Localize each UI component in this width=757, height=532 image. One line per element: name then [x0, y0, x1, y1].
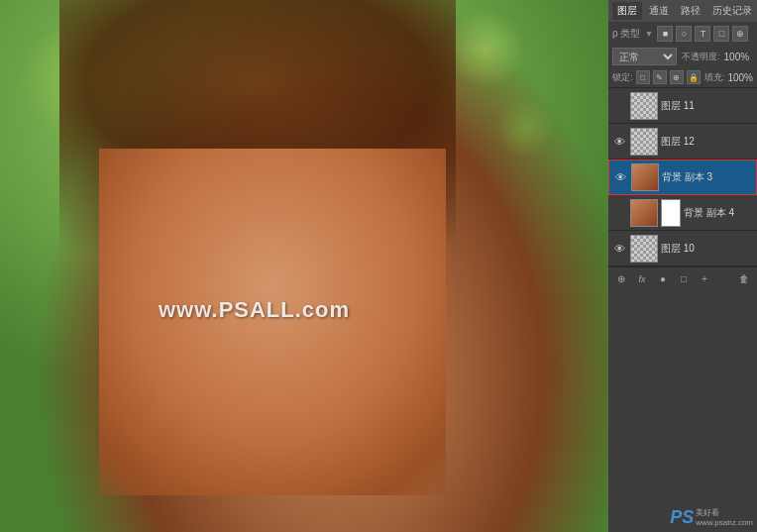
blend-mode-select[interactable]: 正常	[612, 48, 677, 65]
layer-10-visibility[interactable]: 👁	[611, 241, 627, 257]
photo-canvas: www.PSALL.com	[0, 0, 608, 532]
watermark-text: www.PSALL.com	[159, 297, 350, 323]
opacity-label: 不透明度:	[682, 51, 720, 63]
layers-bottom-toolbar: ⊕ fx ● □ + 🗑	[608, 266, 757, 290]
layer-row-bg-copy3[interactable]: 👁 背景 副本 3	[608, 160, 757, 195]
lock-row: 锁定: □ ✎ ⊕ 🔒 填充: 100%	[608, 67, 757, 87]
lock-paint-icon[interactable]: ✎	[653, 70, 667, 84]
filter-adjust-icon[interactable]: ○	[676, 26, 692, 42]
blend-mode-row: 正常 不透明度: 100%	[608, 46, 757, 67]
bg-copy3-visibility[interactable]: 👁	[612, 169, 628, 185]
layer-row-12[interactable]: 👁 图层 12	[608, 124, 757, 160]
add-link-icon[interactable]: ⊕	[612, 270, 630, 288]
filter-smart-icon[interactable]: ⊕	[732, 26, 748, 42]
bg-copy4-mask	[661, 199, 681, 227]
new-layer-icon[interactable]: +	[696, 270, 713, 288]
bokeh-circle-3	[495, 99, 555, 159]
filter-arrow: ▼	[644, 29, 653, 39]
filter-shape-icon[interactable]: □	[713, 26, 729, 42]
layer-row-10[interactable]: 👁 图层 10	[608, 231, 757, 266]
tab-channels[interactable]: 通道	[644, 2, 674, 20]
filter-text-icon[interactable]: T	[695, 26, 710, 42]
layers-panel-container: 图层 通道 路径 历史记录 动作 ρ 类型 ▼ ■ ○ T □ ⊕ 正常 不透明…	[608, 0, 757, 532]
layer-11-thumbnail	[630, 92, 658, 120]
lock-position-icon[interactable]: ⊕	[670, 70, 684, 84]
tab-layers[interactable]: 图层	[612, 2, 642, 20]
panel-tabs: 图层 通道 路径 历史记录 动作	[608, 0, 757, 22]
layer-11-name: 图层 11	[661, 99, 754, 113]
layer-12-visibility[interactable]: 👁	[611, 134, 627, 150]
layer-12-thumbnail	[630, 128, 658, 156]
layer-10-thumbnail	[630, 235, 658, 263]
ps-logo-text: PS	[670, 507, 694, 528]
filter-label: ρ 类型	[612, 27, 640, 41]
lock-transparent-icon[interactable]: □	[636, 70, 650, 84]
layer-11-visibility[interactable]	[611, 98, 627, 114]
bg-copy4-thumbnail	[630, 199, 658, 227]
layer-filter-row: ρ 类型 ▼ ■ ○ T □ ⊕	[608, 22, 757, 46]
tab-history[interactable]: 历史记录	[707, 2, 757, 20]
new-group-icon[interactable]: □	[675, 270, 693, 288]
bg-copy3-thumbnail	[631, 163, 659, 191]
tab-paths[interactable]: 路径	[676, 2, 705, 20]
layer-row-11[interactable]: 图层 11	[608, 88, 757, 124]
filter-pixel-icon[interactable]: ■	[657, 26, 673, 42]
layer-10-name: 图层 10	[661, 242, 754, 256]
layer-row-bg-copy4[interactable]: 背景 副本 4	[608, 195, 757, 231]
bg-copy4-visibility[interactable]	[611, 205, 627, 221]
fill-value: 100%	[727, 72, 753, 83]
ps-website: 美好看www.psahz.com	[696, 508, 753, 527]
fx-icon[interactable]: fx	[633, 270, 651, 288]
layer-12-name: 图层 12	[661, 135, 754, 149]
ps-branding: PS 美好看www.psahz.com	[670, 507, 753, 528]
lock-all-icon[interactable]: 🔒	[687, 70, 701, 84]
bg-copy4-name: 背景 副本 4	[684, 206, 754, 220]
new-fill-icon[interactable]: ●	[654, 270, 672, 288]
bokeh-circle-2	[446, 10, 525, 89]
lock-label: 锁定:	[612, 71, 633, 84]
opacity-value: 100%	[724, 52, 750, 62]
delete-layer-icon[interactable]: 🗑	[735, 270, 753, 288]
bg-copy3-name: 背景 副本 3	[662, 170, 753, 184]
fill-label: 填充:	[704, 71, 725, 84]
